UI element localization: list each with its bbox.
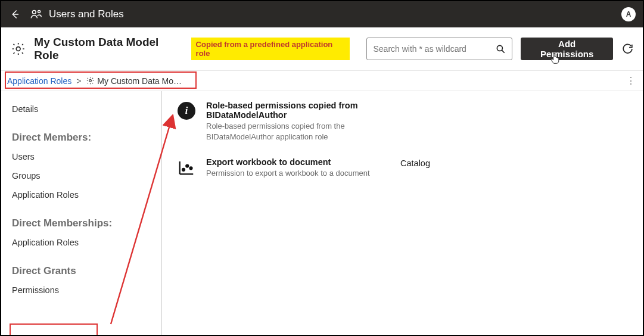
svg-point-2 [38,10,41,13]
page-title: Users and Roles [49,8,124,20]
refresh-icon[interactable] [621,43,633,55]
users-roles-icon [30,8,43,21]
page-title-wrap: Users and Roles [30,8,124,21]
nav-groups[interactable]: Groups [12,166,151,185]
nav-application-roles[interactable]: Application Roles [12,185,151,204]
breadcrumb-separator: > [76,76,81,86]
content-panel: i Role-based permissions copied from BID… [162,91,643,336]
nav-permissions[interactable]: Permissions [12,281,151,300]
search-input[interactable] [373,44,494,54]
svg-point-4 [497,45,502,51]
svg-point-1 [32,10,36,14]
nav-users[interactable]: Users [12,147,151,166]
side-nav: Details Direct Members: Users Groups App… [1,91,162,336]
permission-title: Role-based permissions copied from BIDat… [206,101,391,120]
search-box[interactable] [366,38,512,60]
gear-icon [86,76,95,85]
breadcrumb: Application Roles > My Custom Data Mo… [7,76,182,86]
avatar[interactable]: A [621,7,636,21]
highlight-note: Copied from a predefined application rol… [191,38,350,60]
nav-application-roles-2[interactable]: Application Roles [12,233,151,252]
nav-details[interactable]: Details [12,99,151,119]
breadcrumb-current-label: My Custom Data Mo… [97,76,182,86]
permission-description: Role-based permissions copied from the B… [206,121,391,142]
svg-line-5 [502,50,504,52]
breadcrumb-bar: Application Roles > My Custom Data Mo… ⋮ [1,71,643,91]
chart-export-icon [178,158,195,176]
sub-header: My Custom Data Model Role Copied from a … [1,27,643,71]
annotation-box-permissions [10,323,98,336]
svg-point-6 [89,80,92,82]
main-area: Details Direct Members: Users Groups App… [1,91,643,336]
kebab-menu[interactable]: ⋮ [625,75,637,86]
svg-point-11 [190,167,192,169]
nav-section-direct-memberships: Direct Memberships: [12,217,151,229]
permission-description: Permission to export a workbook to a doc… [206,168,391,179]
svg-point-3 [16,47,20,51]
nav-section-direct-members: Direct Members: [12,132,151,144]
breadcrumb-root[interactable]: Application Roles [7,76,71,86]
permission-category: Catalog [400,157,430,168]
back-button[interactable] [8,8,21,21]
svg-point-10 [186,165,188,167]
permission-title: Export workbook to document [206,157,391,167]
top-bar: Users and Roles A [1,1,643,27]
info-icon: i [178,102,195,120]
permission-row: Export workbook to document Permission t… [176,157,629,179]
add-permissions-button[interactable]: Add Permissions [521,38,614,60]
nav-section-direct-grants: Direct Grants [12,265,151,277]
breadcrumb-current: My Custom Data Mo… [86,76,182,86]
gear-icon [11,41,26,57]
permission-row: i Role-based permissions copied from BID… [176,101,629,142]
search-icon[interactable] [495,43,506,54]
svg-point-9 [182,169,185,171]
role-name: My Custom Data Model Role [34,36,182,62]
